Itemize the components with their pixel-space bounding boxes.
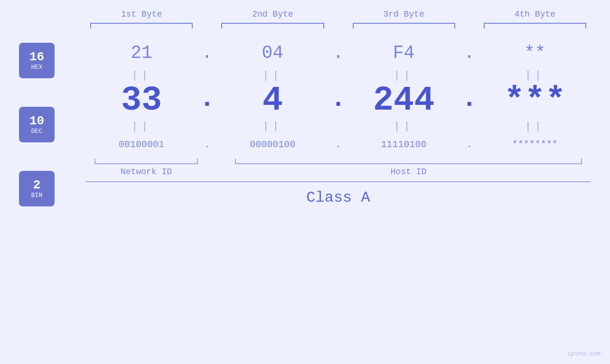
dec-value-1: 33 <box>121 84 162 118</box>
hex-byte-4: ** <box>479 38 591 68</box>
byte-header-2: 2nd Byte <box>216 9 328 19</box>
eq1-1: || <box>85 70 197 82</box>
byte-header-3: 3rd Byte <box>348 9 460 19</box>
bin-badge: 2 BIN <box>19 171 55 206</box>
dec-badge-num: 10 <box>29 114 44 128</box>
hex-dot-3: . <box>460 43 479 63</box>
watermark: ipshu.com <box>567 350 601 357</box>
eq1-4: || <box>479 70 591 82</box>
dec-row: 33 . 4 . 244 . *** <box>85 84 591 118</box>
bin-dot-2: . <box>329 139 348 150</box>
hex-byte-2: 04 <box>216 38 328 68</box>
equals-row-1: || || || || <box>85 70 591 82</box>
network-id-section: Network ID <box>85 159 207 177</box>
main-grid: 16 HEX 10 DEC 2 BIN 21 . 04 <box>19 38 591 355</box>
bracket-3 <box>353 23 455 28</box>
main-container: 1st Byte 2nd Byte 3rd Byte 4th Byte 16 H… <box>0 0 610 364</box>
dec-byte-1: 33 <box>85 84 197 118</box>
dec-badge: 10 DEC <box>19 107 55 142</box>
eq2-1: || <box>85 121 197 132</box>
bin-dot-3: . <box>460 139 479 150</box>
class-label-row: Class A <box>85 181 591 206</box>
bin-value-1: 00100001 <box>119 134 164 155</box>
bin-value-3: 11110100 <box>381 134 427 155</box>
byte-headers-row: 1st Byte 2nd Byte 3rd Byte 4th Byte <box>19 9 591 19</box>
dec-dot-1: . <box>197 84 216 118</box>
hex-badge-label: HEX <box>31 64 42 71</box>
class-label: Class A <box>306 189 370 206</box>
hex-badge: 16 HEX <box>19 43 55 78</box>
byte-header-1: 1st Byte <box>85 9 197 19</box>
eq2-3: || <box>348 121 460 132</box>
dec-dot-3: . <box>460 84 479 118</box>
hex-byte-1: 21 <box>85 38 197 68</box>
eq1-2: || <box>216 70 328 82</box>
hex-value-2: 04 <box>262 38 284 68</box>
eq1-3: || <box>348 70 460 82</box>
host-id-section: Host ID <box>226 159 591 177</box>
bracket-4 <box>484 23 586 28</box>
hex-dot-1: . <box>197 43 216 63</box>
bin-dot-1: . <box>197 139 216 150</box>
network-id-label: Network ID <box>121 167 172 177</box>
hex-value-3: F4 <box>393 38 415 68</box>
dec-value-4: *** <box>504 84 566 118</box>
bin-byte-4: ******** <box>479 134 591 155</box>
dec-dot-2: . <box>329 84 348 118</box>
hex-badge-num: 16 <box>29 50 44 64</box>
byte-header-4: 4th Byte <box>479 9 591 19</box>
dec-byte-2: 4 <box>216 84 328 118</box>
top-brackets-row <box>19 23 591 28</box>
bin-badge-num: 2 <box>33 178 41 192</box>
dec-value-2: 4 <box>263 84 283 118</box>
eq2-2: || <box>216 121 328 132</box>
dec-badge-label: DEC <box>31 128 42 135</box>
bin-byte-2: 00000100 <box>216 134 328 155</box>
eq2-4: || <box>479 121 591 132</box>
dec-byte-3: 244 <box>348 84 460 118</box>
bracket-2 <box>221 23 324 28</box>
bin-badge-label: BIN <box>31 192 42 199</box>
bin-byte-3: 11110100 <box>348 134 460 155</box>
bin-value-4: ******** <box>512 134 558 155</box>
hex-value-4: ** <box>524 38 546 68</box>
hex-dot-2: . <box>329 43 348 63</box>
host-id-bracket <box>235 159 582 164</box>
dec-byte-4: *** <box>479 84 591 118</box>
hex-byte-3: F4 <box>348 38 460 68</box>
equals-row-2: || || || || <box>85 121 591 132</box>
bracket-1 <box>90 23 193 28</box>
network-id-bracket <box>94 159 198 164</box>
bin-row: 00100001 . 00000100 . 11110100 . *******… <box>85 134 591 155</box>
bin-value-2: 00000100 <box>250 134 295 155</box>
bin-byte-1: 00100001 <box>85 134 197 155</box>
hex-row: 21 . 04 . F4 . ** <box>85 38 591 68</box>
bottom-brackets-container: Network ID Host ID <box>85 159 591 177</box>
badges-column: 16 HEX 10 DEC 2 BIN <box>19 38 85 206</box>
data-columns: 21 . 04 . F4 . ** || || <box>85 38 591 206</box>
dec-value-3: 244 <box>373 84 435 118</box>
hex-value-1: 21 <box>131 38 152 68</box>
host-id-label: Host ID <box>391 167 427 177</box>
